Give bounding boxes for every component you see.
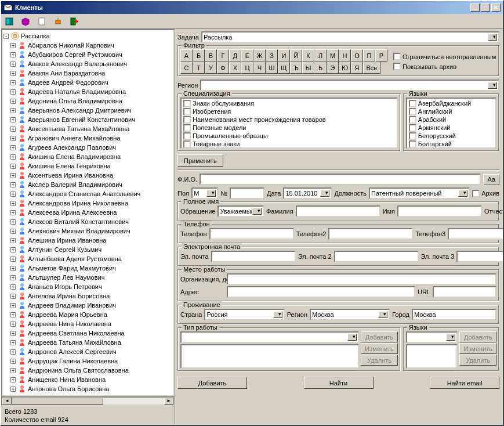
expand-icon[interactable]: + <box>10 99 16 104</box>
expand-icon[interactable]: + <box>10 173 16 178</box>
tree-item[interactable]: +Акишина Елена Владимировна <box>3 152 172 161</box>
expand-icon[interactable]: + <box>10 322 16 327</box>
lastname-input[interactable] <box>296 205 380 217</box>
exit-icon[interactable] <box>68 16 80 27</box>
spec-item[interactable]: Товарные знаки <box>182 140 396 148</box>
expand-icon[interactable]: + <box>10 80 16 85</box>
position-select[interactable]: Патентный поверенный <box>369 187 470 199</box>
tree-item[interactable]: +Андрюнина Ольга Святославовна <box>3 366 172 375</box>
tree-item[interactable]: +Аксентьева Ирина Ивановна <box>3 171 172 180</box>
tree-item[interactable]: +Авдеев Андрей Федорович <box>3 78 172 87</box>
expand-icon[interactable]: + <box>10 52 16 57</box>
alpha-Н[interactable]: Н <box>339 49 351 62</box>
alpha-И[interactable]: И <box>278 49 290 62</box>
expand-icon[interactable]: + <box>10 127 16 132</box>
country-select[interactable]: Россия <box>204 309 284 320</box>
lang-item[interactable]: Азербайджанский <box>408 99 495 107</box>
lang-item[interactable]: Армянский <box>408 124 495 132</box>
email3-input[interactable] <box>456 251 503 262</box>
tree-item[interactable]: +Аваков Александр Валерьянович <box>3 59 172 68</box>
alpha-Й[interactable]: Й <box>290 49 302 62</box>
archive-checkbox[interactable]: Архив <box>472 190 499 197</box>
show-archive-checkbox[interactable]: Показывать архив <box>393 63 496 70</box>
expand-icon[interactable]: + <box>10 266 16 271</box>
find-button[interactable]: Найти <box>304 377 374 389</box>
expand-icon[interactable]: + <box>10 201 16 206</box>
spec-item[interactable]: Полезные модели <box>182 124 396 132</box>
worktype-listbox[interactable] <box>180 344 359 369</box>
tree-item[interactable]: +Анищенко Нина Ивановна <box>3 375 172 384</box>
org-input[interactable] <box>227 273 496 285</box>
fio-input[interactable] <box>200 174 481 185</box>
city-input[interactable] <box>412 309 496 320</box>
alpha-Д[interactable]: Д <box>229 49 241 62</box>
tree-item[interactable]: +Андреева Нина Николаевна <box>3 319 172 328</box>
num-input[interactable] <box>230 187 264 199</box>
tree-item[interactable]: +Антонова Ольга Борисовна <box>3 384 172 393</box>
date-input[interactable]: 15.01.2010 <box>283 187 332 199</box>
tree-item[interactable]: +Алтынбаева Аделя Рустамовна <box>3 254 172 263</box>
expand-icon[interactable]: + <box>10 229 16 234</box>
tree-item[interactable]: +Акслер Валерий Владимирович <box>3 180 172 189</box>
h-scrollbar[interactable]: ◄ ► <box>1 396 175 406</box>
tree-item[interactable]: +Агранович Аннета Михайловна <box>3 133 172 143</box>
tree-item[interactable]: +Алексов Виталий Константинович <box>3 217 172 226</box>
close-button[interactable]: ✕ <box>491 3 501 12</box>
alpha-К[interactable]: К <box>302 49 314 62</box>
tree-item[interactable]: +Аверьянов Евгений Константинович <box>3 115 172 124</box>
tree-item[interactable]: +Андреева Мария Юрьевна <box>3 310 172 319</box>
spec-item[interactable]: Знаки обслуживания <box>182 99 396 107</box>
tree-item[interactable]: +Алешина Ирина Ивановна <box>3 236 172 245</box>
expand-icon[interactable]: + <box>10 387 16 392</box>
expand-icon[interactable]: + <box>10 154 16 160</box>
region-select[interactable] <box>200 80 499 91</box>
case-button[interactable]: Аа <box>483 174 499 185</box>
alpha-Ф[interactable]: Ф <box>217 62 229 74</box>
apply-button[interactable]: Применить <box>177 154 223 167</box>
tree-item[interactable]: +Авакян Ани Вараздатовна <box>3 68 172 78</box>
alpha-Щ[interactable]: Щ <box>278 62 290 74</box>
task-select[interactable]: Рассылка <box>201 31 499 43</box>
tree-item[interactable]: +Андрущак Галина Николаевна <box>3 356 172 366</box>
expand-icon[interactable]: + <box>10 71 16 76</box>
tree-item[interactable]: +Авдонина Ольга Владимировна <box>3 96 172 106</box>
langs2-del[interactable]: Удалить <box>459 355 496 366</box>
tree-root[interactable]: - Рассылка <box>3 31 172 41</box>
alpha-Я[interactable]: Я <box>351 62 363 74</box>
tree-item[interactable]: +Александров Станислав Анатольевич <box>3 189 172 198</box>
expand-icon[interactable]: + <box>10 247 16 252</box>
langs2-edit[interactable]: Изменить <box>459 343 496 354</box>
lang-item[interactable]: Арабский <box>408 115 495 124</box>
gender-select[interactable]: М <box>191 187 218 199</box>
alpha-Ъ[interactable]: Ъ <box>290 62 302 74</box>
alpha-П[interactable]: П <box>363 49 375 62</box>
alpha-Б[interactable]: Б <box>193 49 205 62</box>
expand-icon[interactable]: + <box>10 284 16 290</box>
alpha-Ж[interactable]: Ж <box>253 49 266 62</box>
residence-region-select[interactable]: Москва <box>310 309 390 320</box>
tree-item[interactable]: +Алтунин Сергей Кузьмич <box>3 245 172 254</box>
phone1-input[interactable] <box>209 228 294 240</box>
email1-input[interactable] <box>211 251 296 262</box>
expand-icon[interactable]: + <box>10 43 16 48</box>
alpha-Ц[interactable]: Ц <box>241 62 253 74</box>
alpha-Э[interactable]: Э <box>327 62 339 74</box>
expand-icon[interactable]: + <box>10 192 16 197</box>
email2-input[interactable] <box>334 251 419 262</box>
find-email-button[interactable]: Найти email <box>430 377 499 389</box>
addr-input[interactable] <box>227 286 415 298</box>
alpha-У[interactable]: У <box>205 62 217 74</box>
lang-item[interactable]: Болгарский <box>408 140 495 148</box>
expand-icon[interactable]: + <box>10 312 16 317</box>
lang-item[interactable]: Английский <box>408 107 495 115</box>
spec-item[interactable]: Промышленные образцы <box>182 132 396 140</box>
spec-listbox[interactable]: Знаки обслуживанияИзобретенияНаименовани… <box>180 98 398 149</box>
expand-icon[interactable]: + <box>10 377 16 382</box>
phone3-input[interactable] <box>448 228 503 240</box>
alpha-Ю[interactable]: Ю <box>339 62 351 74</box>
alpha-Ш[interactable]: Ш <box>266 62 278 74</box>
expand-icon[interactable]: + <box>10 136 16 141</box>
expand-icon[interactable]: + <box>10 331 16 336</box>
client-tree[interactable]: - Рассылка +Абиралов Николай Карпович+Аб… <box>1 29 175 396</box>
tree-item[interactable]: +Александрова Ирина Николаевна <box>3 198 172 208</box>
